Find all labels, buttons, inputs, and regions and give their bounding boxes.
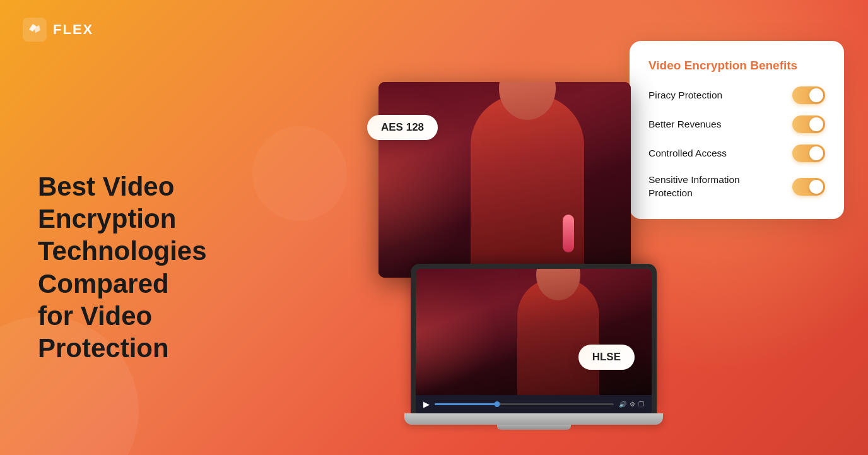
benefit-label-sensitive: Sensitive Information Protection	[648, 174, 771, 200]
progress-bar[interactable]	[435, 403, 614, 405]
benefit-label-piracy: Piracy Protection	[648, 89, 722, 102]
laptop-stand	[497, 425, 571, 430]
benefit-row-piracy: Piracy Protection	[648, 86, 825, 104]
logo[interactable]: FLEX	[23, 18, 93, 42]
page-background: FLEX Best Video Encryption Technologies …	[0, 0, 868, 455]
benefits-card: Video Encryption Benefits Piracy Protect…	[630, 41, 844, 219]
toggle-sensitive[interactable]	[792, 178, 825, 196]
badge-hlse: HLSE	[578, 345, 635, 370]
headline-container: Best Video Encryption Technologies Compa…	[38, 170, 278, 364]
benefit-label-revenues: Better Revenues	[648, 118, 721, 131]
laptop-video	[416, 269, 652, 395]
page-title: Best Video Encryption Technologies Compa…	[38, 170, 278, 364]
volume-icon[interactable]: 🔊	[619, 401, 626, 408]
laptop-screen-outer: ▶ 🔊 ⚙ ❐	[411, 264, 657, 413]
benefit-row-sensitive: Sensitive Information Protection	[648, 174, 825, 200]
toggle-revenues[interactable]	[792, 115, 825, 133]
laptop-person-figure	[517, 278, 599, 395]
benefit-label-access: Controlled Access	[648, 147, 727, 160]
monitor-screen	[378, 82, 631, 278]
laptop-video-bar: ▶ 🔊 ⚙ ❐	[416, 395, 652, 413]
flex-logo-icon	[23, 18, 47, 42]
benefits-card-title: Video Encryption Benefits	[648, 59, 825, 73]
monitor-video	[378, 82, 631, 278]
benefit-row-access: Controlled Access	[648, 145, 825, 162]
logo-text: FLEX	[53, 21, 93, 38]
laptop-base	[404, 413, 663, 425]
badge-aes: AES 128	[367, 115, 438, 140]
video-controls-icons: 🔊 ⚙ ❐	[619, 401, 644, 408]
play-icon[interactable]: ▶	[423, 399, 430, 409]
screens-area: AES 128	[378, 82, 619, 430]
settings-icon[interactable]: ⚙	[630, 401, 635, 408]
toggle-piracy[interactable]	[792, 86, 825, 104]
progress-dot	[495, 401, 500, 407]
benefit-row-revenues: Better Revenues	[648, 115, 825, 133]
toggle-access[interactable]	[792, 145, 825, 162]
progress-fill	[435, 403, 497, 405]
monitor-mic-prop	[563, 215, 574, 252]
fullscreen-icon[interactable]: ❐	[638, 401, 644, 408]
